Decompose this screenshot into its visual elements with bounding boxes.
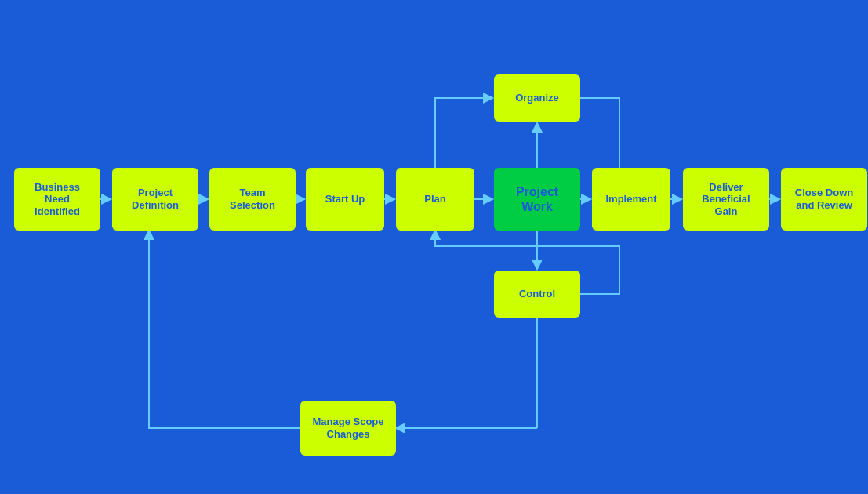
node-implement: Implement	[592, 168, 670, 231]
diagram: BusinessNeedIdentified ProjectDefinition…	[0, 0, 868, 494]
node-organize: Organize	[494, 74, 580, 122]
node-plan: Plan	[396, 168, 474, 231]
node-start-up: Start Up	[306, 168, 384, 231]
node-deliver: DeliverBeneficialGain	[683, 168, 769, 231]
node-project-work: ProjectWork	[494, 168, 580, 231]
arrows-layer	[0, 0, 868, 494]
node-manage-scope: Manage ScopeChanges	[300, 401, 396, 456]
node-control: Control	[494, 271, 580, 318]
node-project-def: ProjectDefinition	[112, 168, 198, 231]
node-close-down: Close Downand Review	[781, 168, 867, 231]
node-team-selection: TeamSelection	[209, 168, 296, 231]
node-business-need: BusinessNeedIdentified	[14, 168, 100, 231]
